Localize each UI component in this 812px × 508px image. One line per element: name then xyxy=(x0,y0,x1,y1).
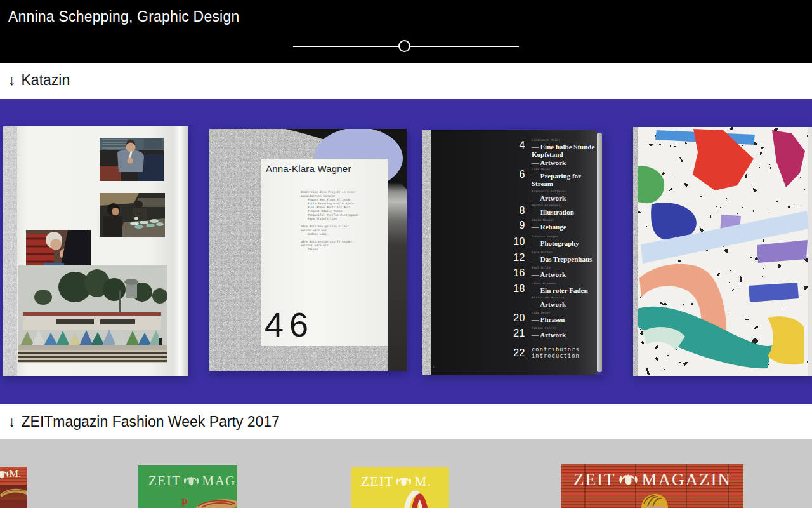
toc-page-number: 12 xyxy=(494,252,525,264)
toc-author: Lisa Meyer xyxy=(532,311,603,314)
person-yellow-hat-photo xyxy=(636,492,673,508)
toc-page-number: 16 xyxy=(494,267,525,279)
toc-entry: 16 Paul Bille — Artwork xyxy=(494,266,603,278)
toc-author: Fabian Fohrer xyxy=(532,326,603,330)
portfolio-page: Annina Schepping, Graphic Design ↓ Kataz… xyxy=(0,0,812,508)
zeit-crest-icon xyxy=(395,476,412,487)
katazin-spread-collage[interactable] xyxy=(633,127,812,376)
zeit-magazin-logo: ZEIT MAGAZIN xyxy=(148,473,237,489)
cover-letter: P xyxy=(181,497,188,508)
toc-author: Johanna Senger xyxy=(532,235,603,238)
toc-author: Sina Bucher xyxy=(532,251,603,254)
scroll-slider-handle[interactable] xyxy=(398,40,410,52)
page-number: 2 xyxy=(433,366,434,368)
zeit-magazin-logo: ZEIT MAGAZIN xyxy=(561,470,743,490)
photo-train-recorder xyxy=(100,138,164,181)
zeit-cover-red-large[interactable]: ZEIT MAGAZIN xyxy=(561,464,743,508)
magazin-wordmark: M. xyxy=(414,474,431,490)
toc-page-number: 8 xyxy=(494,205,525,217)
toc-author: Lisa Meyer xyxy=(532,168,603,171)
toc-author: Paul Bille xyxy=(532,266,603,269)
site-title: Annina Schepping, Graphic Design xyxy=(8,8,239,25)
toc-title: — Phrasen xyxy=(532,316,603,324)
toc-author: Linus Riemann xyxy=(532,282,603,285)
zeit-crest-icon xyxy=(183,476,200,486)
toc-entry: 22 contributors introduction xyxy=(494,346,603,359)
toc-page-number: 18 xyxy=(494,283,525,295)
toc-entry: Atzión de Mororza — Artwork xyxy=(494,296,603,308)
toc-entry: Francesco Futterer — Artwork xyxy=(494,190,603,202)
toc-title: — Illustration xyxy=(532,208,603,217)
zeit-wordmark: ZEIT xyxy=(148,473,181,489)
zeit-wordmark: ZEIT xyxy=(361,474,393,490)
toc-page-number: 20 xyxy=(494,312,525,324)
toc-entry: 18 Linus Riemann — Ein roter Faden xyxy=(494,282,603,294)
ribbon-photo xyxy=(403,491,433,508)
toc-title: — Das Treppenhaus xyxy=(532,255,603,264)
magazin-wordmark: MAGAZIN xyxy=(202,473,237,489)
toc-entry: 6 Lisa Meyer — Preparing for Stream xyxy=(494,168,603,188)
toc-entry: 20 Lisa Meyer — Phrasen xyxy=(494,311,603,323)
katazin-spread-wagner[interactable]: Anna-Klara Wagner Beschreibe dein Projek… xyxy=(209,129,407,371)
toc-author: Atzión de Mororza xyxy=(532,296,603,299)
photo-market xyxy=(100,193,165,237)
zeit-wordmark: ZEIT xyxy=(573,470,615,490)
photo-station-tents xyxy=(18,265,167,363)
inner-white-page: Anna-Klara Wagner Beschreibe dein Projek… xyxy=(261,159,388,346)
section-title-fashion-week: ZEITmagazin Fashion Week Party 2017 xyxy=(22,413,280,431)
toc-title: — Ein roter Faden xyxy=(532,286,603,295)
toc-title: — Eine halbe Stunde Kopfstand — Artwork xyxy=(532,143,603,167)
big-page-number: 46 xyxy=(265,305,314,344)
zeit-crest-icon xyxy=(618,473,639,486)
toc-author: David Häuser xyxy=(532,218,603,222)
katazin-spread-contents[interactable]: 4 Constanze Meier — Eine halbe Stunde Ko… xyxy=(422,130,603,375)
toc-author: Nintha Klemeneij xyxy=(532,204,603,207)
fashion-week-gallery: M. ZEIT MAGAZIN P ZEIT xyxy=(0,439,812,508)
toc-page-number: 10 xyxy=(494,236,525,248)
toc-title: — Artwork xyxy=(532,300,603,309)
toc-page-number: 22 xyxy=(494,347,525,359)
toc-title: — Artwork xyxy=(532,271,603,279)
croissant-photo xyxy=(193,497,237,508)
zeit-magazin-logo: ZEIT M. xyxy=(361,474,431,490)
zeit-logo-fragment: M. xyxy=(9,467,21,480)
section-strip-fashion-week: ↓ ZEITmagazin Fashion Week Party 2017 xyxy=(0,404,812,439)
zeit-cover-green[interactable]: ZEIT MAGAZIN P xyxy=(138,465,237,508)
collage-artwork xyxy=(638,127,812,376)
toc-title: — Photography xyxy=(532,239,603,248)
katazin-spread-photos[interactable]: 20 xyxy=(3,126,188,376)
section-link-fashion-week[interactable]: ↓ ZEITmagazin Fashion Week Party 2017 xyxy=(8,413,280,431)
zeit-cover-red-fragment[interactable]: M. xyxy=(0,467,27,508)
toc-page-number: 6 xyxy=(494,169,525,180)
croissant-photo xyxy=(0,486,27,498)
toc-entry: 21 Fabian Fohrer — Artwork xyxy=(494,326,603,338)
down-arrow-icon: ↓ xyxy=(8,72,16,89)
toc-title: — Rehauge xyxy=(532,223,603,231)
interview-text: Beschreibe dein Projekt in einer ausgeda… xyxy=(301,190,357,251)
section-strip-katazin: ↓ Katazin xyxy=(0,63,812,99)
down-arrow-icon: ↓ xyxy=(8,413,16,431)
katazin-gallery: 20 Anna-Klara Wagner Beschreibe dein Pro… xyxy=(0,99,812,404)
magazin-wordmark: MAGAZIN xyxy=(641,470,731,490)
toc-title: — Artwork xyxy=(532,194,603,203)
page-number: 20 xyxy=(10,366,13,368)
header-bar: Annina Schepping, Graphic Design xyxy=(0,0,812,63)
toc-title: contributors introduction xyxy=(532,346,603,359)
toc-entry: 12 Sina Bucher — Das Treppenhaus xyxy=(494,251,603,263)
zeit-cover-yellow[interactable]: ZEIT M. xyxy=(351,467,449,508)
cover-photo-band xyxy=(0,500,27,508)
toc-title: — Preparing for Stream xyxy=(532,172,603,188)
section-title-katazin: Katazin xyxy=(22,72,70,89)
toc-title: — Artwork xyxy=(532,331,603,339)
zeit-crest-icon xyxy=(0,470,10,479)
toc-entry: 10 Johanna Senger — Photography xyxy=(494,235,603,247)
toc-page-number: 21 xyxy=(494,328,525,339)
toc-author: Constanze Meier xyxy=(532,138,603,142)
toc-entry: 9 David Häuser — Rehauge xyxy=(494,218,603,231)
toc-entry: 4 Constanze Meier — Eine halbe Stunde Ko… xyxy=(494,138,603,166)
section-link-katazin[interactable]: ↓ Katazin xyxy=(8,72,70,89)
toc-entry: 8 Nintha Klemeneij — Illustration xyxy=(494,204,603,216)
toc-page-number: 4 xyxy=(494,140,525,151)
toc-page-number: 9 xyxy=(494,220,525,231)
toc-author: Francesco Futterer xyxy=(532,190,603,193)
